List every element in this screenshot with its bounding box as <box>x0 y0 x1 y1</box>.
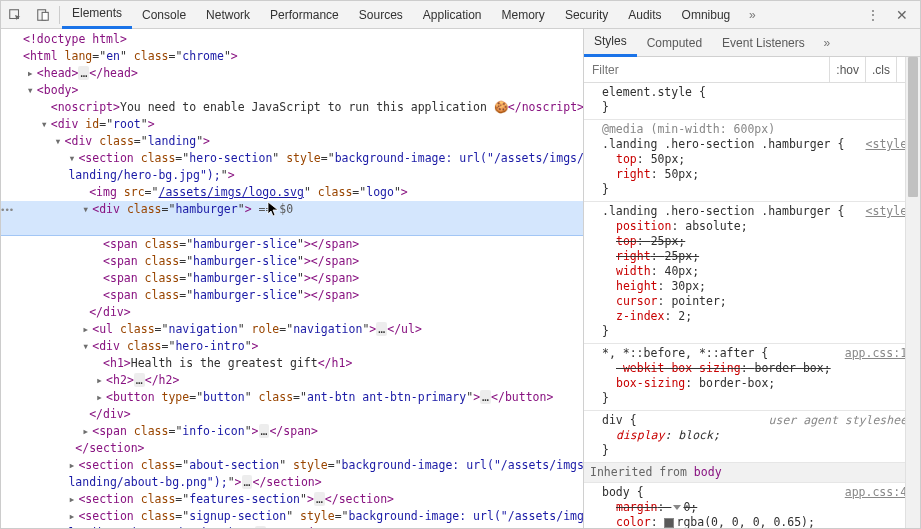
tab-security[interactable]: Security <box>555 1 618 29</box>
svg-rect-2 <box>42 12 48 20</box>
dom-line-about-2[interactable]: landing/about-bg.png");">…</section> <box>1 474 583 491</box>
tab-omnibug[interactable]: Omnibug <box>672 1 741 29</box>
rule-div-ua[interactable]: user agent stylesheet div { display: blo… <box>584 411 920 463</box>
more-icon[interactable]: ⋮ <box>859 8 888 22</box>
dom-line-button[interactable]: ▸<button type="button" class="ant-btn an… <box>1 389 583 406</box>
dom-line-div-close2[interactable]: </div> <box>1 406 583 423</box>
rule-star[interactable]: app.css:17 *, *::before, *::after { -web… <box>584 344 920 411</box>
dom-line-doctype[interactable]: <!doctype html> <box>1 31 583 48</box>
dom-line-h2[interactable]: ▸<h2>…</h2> <box>1 372 583 389</box>
filter-input[interactable] <box>584 63 829 77</box>
elements-panel[interactable]: <!doctype html> <html lang="en" class="c… <box>1 29 584 528</box>
dom-line-landing[interactable]: ▾<div class="landing"> <box>1 133 583 150</box>
dom-line-html[interactable]: <html lang="en" class="chrome"> <box>1 48 583 65</box>
dom-line-signup-2[interactable]: landing/sign-up-bg.jpg");">…</section> <box>1 525 583 528</box>
dom-line-hero[interactable]: ▾<section class="hero-section" style="ba… <box>1 150 583 167</box>
dom-line-section-close[interactable]: </section> <box>1 440 583 457</box>
styles-tab-computed[interactable]: Computed <box>637 29 712 57</box>
dom-line-root[interactable]: ▾<div id="root"> <box>1 116 583 133</box>
tab-application[interactable]: Application <box>413 1 492 29</box>
filter-row: :hov .cls + <box>584 57 920 83</box>
dom-line-img[interactable]: <img src="/assets/imgs/logo.svg" class="… <box>1 184 583 201</box>
rule-origin-link[interactable]: app.css:17 <box>845 346 914 361</box>
dom-line-slice-2[interactable]: <span class="hamburger-slice"></span> <box>1 253 583 270</box>
inspect-icon[interactable] <box>1 1 29 29</box>
rule-element-style[interactable]: element.style { } <box>584 83 920 120</box>
dom-line-div-close[interactable]: </div> <box>1 304 583 321</box>
devtools-window: Elements Console Network Performance Sou… <box>0 0 921 529</box>
main-panes: <!doctype html> <html lang="en" class="c… <box>1 29 920 528</box>
selection-dots-icon: ••• <box>1 202 13 219</box>
dom-line-hero-2[interactable]: landing/hero-bg.jpg");"> <box>1 167 583 184</box>
hov-toggle[interactable]: :hov <box>829 57 865 82</box>
tab-audits[interactable]: Audits <box>618 1 671 29</box>
styles-scrollbar[interactable] <box>905 57 920 528</box>
dom-line-head[interactable]: ▸<head>…</head> <box>1 65 583 82</box>
media-query: @media (min-width: 600px) <box>602 122 775 136</box>
rule-origin-link[interactable]: app.css:45 <box>845 485 914 500</box>
dom-line-signup[interactable]: ▸<section class="signup-section" style="… <box>1 508 583 525</box>
styles-body[interactable]: element.style { } @media (min-width: 600… <box>584 83 920 528</box>
dom-line-slice-4[interactable]: <span class="hamburger-slice"></span> <box>1 287 583 304</box>
dom-line-ul[interactable]: ▸<ul class="navigation" role="navigation… <box>1 321 583 338</box>
rule-body[interactable]: app.css:45 body { margin: 0; color: rgba… <box>584 483 920 528</box>
shorthand-expand-icon[interactable] <box>673 505 681 510</box>
tab-bar: Elements Console Network Performance Sou… <box>62 1 859 29</box>
dom-line-about[interactable]: ▸<section class="about-section" style="b… <box>1 457 583 474</box>
inherited-element-link[interactable]: body <box>694 465 722 479</box>
rule-hamburger[interactable]: <style> .landing .hero-section .hamburge… <box>584 202 920 344</box>
styles-tab-bar: Styles Computed Event Listeners » <box>584 29 920 57</box>
tab-console[interactable]: Console <box>132 1 196 29</box>
tab-memory[interactable]: Memory <box>492 1 555 29</box>
styles-overflow-icon[interactable]: » <box>815 36 839 50</box>
tab-elements[interactable]: Elements <box>62 1 132 29</box>
toolbar-right: ⋮ ✕ <box>859 7 920 23</box>
color-swatch-icon[interactable] <box>664 518 674 528</box>
dom-line-hero-intro[interactable]: ▾<div class="hero-intro"> <box>1 338 583 355</box>
dom-line-slice-3[interactable]: <span class="hamburger-slice"></span> <box>1 270 583 287</box>
dom-line-slice-1[interactable]: <span class="hamburger-slice"></span> <box>1 236 583 253</box>
tab-sources[interactable]: Sources <box>349 1 413 29</box>
close-icon[interactable]: ✕ <box>888 7 916 23</box>
dom-line-selected-hamburger[interactable]: ••• ▾<div class="hamburger"> == $0 <box>1 201 583 236</box>
rule-origin-ua: user agent stylesheet <box>769 413 914 428</box>
device-toggle-icon[interactable] <box>29 1 57 29</box>
tab-network[interactable]: Network <box>196 1 260 29</box>
dom-line-features[interactable]: ▸<section class="features-section">…</se… <box>1 491 583 508</box>
tabs-overflow-icon[interactable]: » <box>740 8 764 22</box>
cls-toggle[interactable]: .cls <box>865 57 896 82</box>
tab-performance[interactable]: Performance <box>260 1 349 29</box>
styles-tab-event-listeners[interactable]: Event Listeners <box>712 29 815 57</box>
dom-line-body[interactable]: ▾<body> <box>1 82 583 99</box>
styles-tab-styles[interactable]: Styles <box>584 29 637 57</box>
main-toolbar: Elements Console Network Performance Sou… <box>1 1 920 29</box>
separator <box>59 6 60 24</box>
styles-panel: Styles Computed Event Listeners » :hov .… <box>584 29 920 528</box>
dom-line-h1[interactable]: <h1>Health is the greatest gift</h1> <box>1 355 583 372</box>
dom-line-noscript[interactable]: <noscript>You need to enable JavaScript … <box>1 99 583 116</box>
inherited-from-bar[interactable]: Inherited from body <box>584 463 920 483</box>
rule-media-hamburger[interactable]: @media (min-width: 600px) <style> .landi… <box>584 120 920 202</box>
dom-line-info-icon[interactable]: ▸<span class="info-icon">…</span> <box>1 423 583 440</box>
scrollbar-thumb[interactable] <box>908 57 918 197</box>
